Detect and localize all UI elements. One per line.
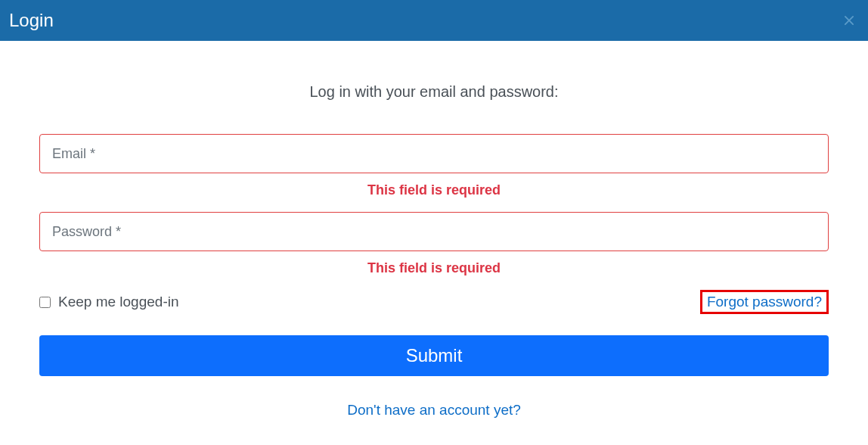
email-field[interactable] — [39, 134, 829, 173]
keep-logged-in-wrapper: Keep me logged-in — [39, 294, 179, 310]
options-row: Keep me logged-in Forgot password? — [39, 290, 829, 314]
submit-button[interactable]: Submit — [39, 335, 829, 376]
keep-logged-in-checkbox[interactable] — [39, 297, 51, 308]
close-icon[interactable] — [839, 11, 859, 30]
modal-header: Login — [0, 0, 868, 41]
modal-title: Login — [9, 10, 54, 31]
signup-link[interactable]: Don't have an account yet? — [39, 402, 829, 419]
login-form: Log in with your email and password: Thi… — [0, 41, 868, 419]
forgot-password-link[interactable]: Forgot password? — [700, 290, 829, 314]
password-error: This field is required — [39, 260, 829, 276]
keep-logged-in-label: Keep me logged-in — [58, 294, 179, 310]
password-field[interactable] — [39, 212, 829, 251]
email-error: This field is required — [39, 182, 829, 198]
instruction-text: Log in with your email and password: — [39, 83, 829, 101]
